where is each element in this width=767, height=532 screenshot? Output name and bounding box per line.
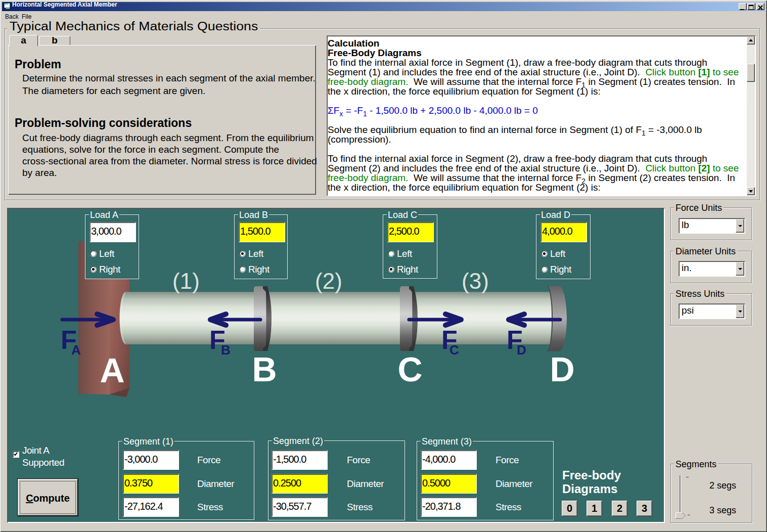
svg-text:D: D — [550, 350, 574, 388]
svg-text:B: B — [252, 350, 277, 388]
svg-text:C: C — [397, 350, 422, 388]
svg-text:(1): (1) — [172, 269, 200, 293]
svg-text:C: C — [449, 342, 459, 358]
svg-text:(3): (3) — [462, 269, 489, 293]
svg-text:A: A — [71, 342, 81, 358]
svg-text:A: A — [100, 351, 124, 389]
svg-text:D: D — [517, 342, 526, 358]
svg-text:B: B — [221, 342, 231, 358]
svg-text:(2): (2) — [315, 269, 342, 293]
